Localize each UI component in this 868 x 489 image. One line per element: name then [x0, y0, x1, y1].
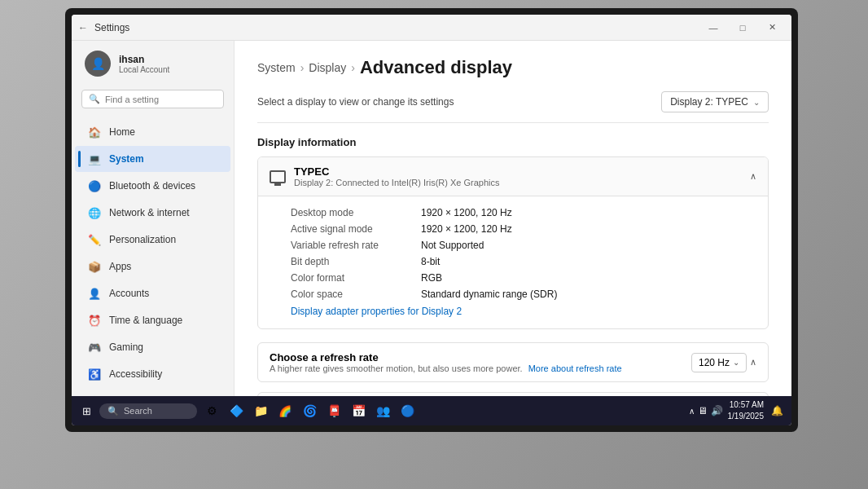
- display-info-table: Desktop mode 1920 × 1200, 120 Hz Active …: [258, 196, 768, 328]
- home-icon: 🏠: [88, 126, 101, 139]
- sidebar-item-label-personalization: Personalization: [109, 234, 176, 245]
- breadcrumb-display[interactable]: Display: [309, 61, 346, 74]
- network-icon: 🌐: [88, 206, 101, 219]
- sidebar-item-privacy[interactable]: 🔒 Privacy & security: [75, 388, 230, 396]
- user-name: ihsan: [119, 54, 169, 65]
- sidebar-item-label-network: Network & internet: [109, 207, 190, 218]
- sidebar-item-gaming[interactable]: 🎮 Gaming: [75, 334, 230, 360]
- refresh-rate-subtitle-text: A higher rate gives smoother motion, but…: [270, 363, 523, 373]
- taskbar-volume-icon[interactable]: 🔊: [711, 405, 723, 416]
- apps-icon: 📦: [88, 260, 101, 273]
- taskbar-widget-icon[interactable]: ⚙: [202, 401, 221, 421]
- nav-item-wrapper-network: 🌐 Network & internet: [72, 200, 234, 226]
- sidebar-item-apps[interactable]: 📦 Apps: [75, 253, 230, 280]
- taskbar-app2-icon[interactable]: 🌀: [300, 401, 319, 421]
- sidebar-item-personalization[interactable]: ✏️ Personalization: [75, 227, 230, 253]
- nav-item-wrapper-time: ⏰ Time & language: [72, 307, 234, 333]
- display-info-section-title: Display information: [257, 136, 769, 148]
- dropdown-chevron-icon: ⌄: [753, 98, 760, 107]
- display-info-header: TYPEC Display 2: Connected to Intel(R) I…: [258, 157, 768, 196]
- taskbar-edge-icon[interactable]: 🔷: [226, 401, 246, 421]
- refresh-rate-learn-more-link[interactable]: More about refresh rate: [528, 363, 622, 373]
- taskbar-files-icon[interactable]: 📁: [251, 401, 270, 421]
- sidebar-item-label-time: Time & language: [109, 315, 182, 326]
- nav-item-wrapper-personalization: ✏️ Personalization: [72, 227, 234, 253]
- sidebar-item-label-bluetooth: Bluetooth & devices: [109, 180, 195, 192]
- sidebar-item-label-accessibility: Accessibility: [109, 368, 162, 380]
- taskbar-right: ∧ 🖥 🔊 10:57 AM 1/19/2025 🔔: [689, 399, 786, 422]
- info-value-desktop-mode: 1920 × 1200, 120 Hz: [421, 207, 512, 218]
- nav-item-wrapper-gaming: 🎮 Gaming: [72, 334, 234, 360]
- time-icon: ⏰: [88, 314, 101, 327]
- info-label-color-format: Color format: [291, 272, 421, 284]
- info-label-bit-depth: Bit depth: [291, 256, 421, 267]
- refresh-rate-dropdown[interactable]: 120 Hz ⌄: [691, 353, 747, 372]
- info-row-bit-depth: Bit depth 8-bit: [291, 253, 735, 270]
- nav-item-wrapper-bluetooth: 🔵 Bluetooth & devices: [72, 173, 234, 199]
- refresh-rate-value: 120 Hz: [699, 357, 730, 368]
- user-info: ihsan Local Account: [119, 54, 169, 74]
- sidebar-item-label-home: Home: [109, 126, 135, 138]
- display-info-box: TYPEC Display 2: Connected to Intel(R) I…: [257, 156, 769, 329]
- taskbar-network-icon[interactable]: 🖥: [698, 405, 708, 416]
- sidebar-item-bluetooth[interactable]: 🔵 Bluetooth & devices: [75, 173, 230, 199]
- privacy-icon: 🔒: [88, 394, 101, 396]
- monitor-icon: [270, 170, 286, 183]
- info-row-signal-mode: Active signal mode 1920 × 1200, 120 Hz: [291, 221, 735, 237]
- sidebar-item-home[interactable]: 🏠 Home: [75, 119, 230, 145]
- breadcrumb-system[interactable]: System: [257, 61, 296, 74]
- nav-item-wrapper-home: 🏠 Home: [72, 119, 234, 145]
- start-button[interactable]: ⊞: [78, 403, 94, 419]
- accessibility-icon: ♿: [88, 368, 101, 381]
- taskbar-search-input[interactable]: [124, 406, 189, 416]
- adapter-properties-link[interactable]: Display adapter properties for Display 2: [291, 302, 462, 320]
- info-value-signal-mode: 1920 × 1200, 120 Hz: [421, 223, 512, 235]
- taskbar-calendar-icon[interactable]: 📅: [349, 401, 368, 421]
- taskbar-search[interactable]: 🔍: [99, 403, 197, 419]
- taskbar-date-value: 1/19/2025: [728, 411, 765, 422]
- search-box[interactable]: 🔍: [81, 90, 224, 108]
- taskbar-settings-icon[interactable]: 🔵: [397, 401, 417, 421]
- info-value-color-space: Standard dynamic range (SDR): [421, 289, 557, 300]
- taskbar-chevron-icon[interactable]: ∧: [689, 407, 695, 416]
- sidebar-item-label-gaming: Gaming: [109, 341, 143, 353]
- sidebar-item-network[interactable]: 🌐 Network & internet: [75, 200, 230, 226]
- info-row-desktop-mode: Desktop mode 1920 × 1200, 120 Hz: [291, 205, 735, 221]
- display-dropdown[interactable]: Display 2: TYPEC ⌄: [661, 91, 769, 112]
- maximize-button[interactable]: □: [730, 18, 756, 37]
- sidebar-item-time[interactable]: ⏰ Time & language: [75, 307, 230, 333]
- info-label-signal-mode: Active signal mode: [291, 223, 421, 235]
- back-button[interactable]: ←: [78, 22, 88, 33]
- personalization-icon: ✏️: [88, 233, 101, 246]
- taskbar-teams-icon[interactable]: 👥: [373, 401, 392, 421]
- taskbar-time[interactable]: 10:57 AM 1/19/2025: [728, 399, 765, 422]
- system-icon: 💻: [88, 152, 101, 165]
- sidebar-item-label-accounts: Accounts: [109, 288, 149, 299]
- breadcrumb-sep-2: ›: [351, 61, 355, 74]
- refresh-rate-section: Choose a refresh rate A higher rate give…: [257, 342, 769, 382]
- nav-item-wrapper-accounts: 👤 Accounts: [72, 280, 234, 306]
- display-selector-label: Select a display to view or change its s…: [257, 96, 454, 108]
- display-info-header-left: TYPEC Display 2: Connected to Intel(R) I…: [270, 165, 499, 187]
- refresh-rate-right: 120 Hz ⌄ ∧: [691, 353, 756, 372]
- minimize-button[interactable]: —: [700, 18, 726, 37]
- info-value-color-format: RGB: [421, 272, 442, 284]
- taskbar-chrome-icon[interactable]: 🌈: [275, 401, 295, 421]
- sidebar-item-label-privacy: Privacy & security: [109, 395, 186, 396]
- taskbar-outlook-icon[interactable]: 📮: [324, 401, 344, 421]
- titlebar: ← Settings — □ ✕: [72, 15, 791, 41]
- info-value-variable-refresh: Not Supported: [421, 240, 484, 251]
- notification-button[interactable]: 🔔: [769, 403, 785, 419]
- sidebar-item-system[interactable]: 💻 System: [75, 146, 230, 172]
- search-input[interactable]: [105, 95, 217, 104]
- sidebar-item-accessibility[interactable]: ♿ Accessibility: [75, 361, 230, 387]
- display-info-chevron-icon[interactable]: ∧: [750, 171, 756, 182]
- sidebar-item-accounts[interactable]: 👤 Accounts: [75, 280, 230, 306]
- refresh-rate-expand-icon[interactable]: ∧: [750, 357, 756, 368]
- refresh-rate-title: Choose a refresh rate: [270, 351, 691, 363]
- accounts-icon: 👤: [88, 287, 101, 300]
- close-button[interactable]: ✕: [759, 18, 785, 37]
- info-label-variable-refresh: Variable refresh rate: [291, 240, 421, 251]
- content-area: System › Display › Advanced display Sele…: [235, 41, 791, 396]
- bluetooth-icon: 🔵: [88, 179, 101, 192]
